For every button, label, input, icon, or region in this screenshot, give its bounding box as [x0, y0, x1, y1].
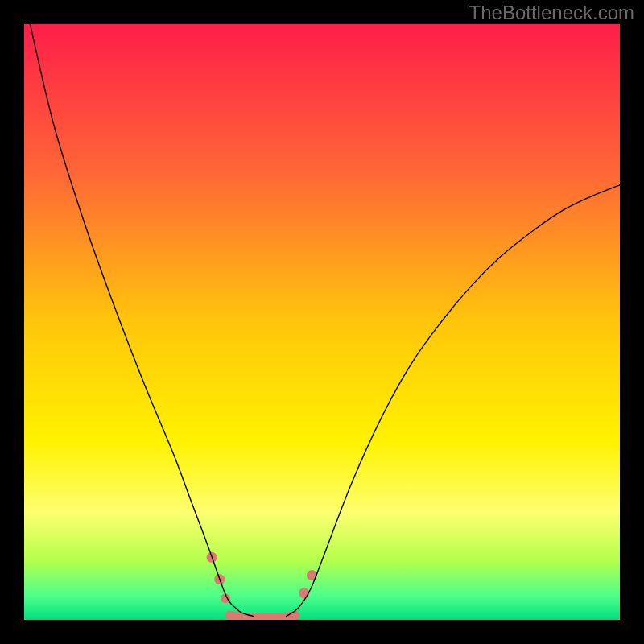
- plot-area: [24, 24, 620, 620]
- chart-frame: TheBottleneck.com: [0, 0, 644, 644]
- chart-svg: [24, 24, 620, 620]
- series-flat-region: [229, 615, 295, 617]
- gradient-background: [24, 24, 620, 620]
- marker-3: [299, 588, 309, 598]
- watermark-text: TheBottleneck.com: [469, 2, 634, 24]
